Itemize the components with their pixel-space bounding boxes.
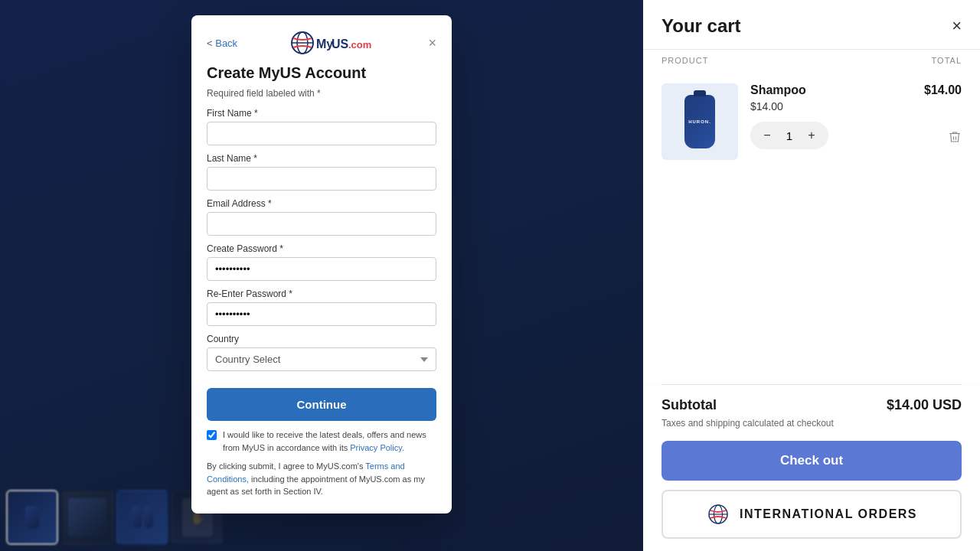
first-name-input[interactable] [207, 122, 436, 145]
last-name-input[interactable] [207, 167, 436, 191]
modal-close-button[interactable]: × [428, 36, 436, 50]
item-bottle-mini: HURON. [684, 95, 715, 148]
country-select[interactable]: Country Select United States United King… [207, 347, 436, 371]
myus-logo-svg: My US .com [287, 28, 379, 58]
modal-header: Back My US .com [191, 15, 452, 64]
mini-label: HURON. [688, 119, 711, 124]
email-group: Email Address * [207, 198, 436, 236]
cart-items-list: HURON. Shampoo $14.00 $14.00 − 1 + [643, 71, 980, 384]
item-price: $14.00 [750, 100, 806, 112]
quantity-decrease-button[interactable]: − [756, 125, 778, 146]
email-input[interactable] [207, 212, 436, 236]
privacy-policy-link[interactable]: Privacy Policy. [350, 443, 404, 452]
cart-columns: PRODUCT TOTAL [643, 49, 980, 71]
newsletter-checkbox-row: I would like to receive the latest deals… [207, 429, 436, 454]
last-name-group: Last Name * [207, 153, 436, 191]
item-image: HURON. [662, 83, 738, 160]
delete-item-button[interactable] [948, 130, 962, 147]
cart-title: Your cart [662, 15, 741, 37]
item-details: Shampoo $14.00 $14.00 − 1 + [750, 83, 962, 149]
cart-footer: Subtotal $14.00 USD Taxes and shipping c… [643, 385, 980, 551]
quantity-value: 1 [778, 129, 801, 142]
total-column-header: TOTAL [932, 56, 962, 65]
back-link-text: Back [215, 37, 237, 49]
country-group: Country Country Select United States Uni… [207, 334, 436, 371]
item-info: Shampoo $14.00 [750, 83, 806, 122]
reenter-password-label: Re-Enter Password * [207, 289, 436, 299]
modal-overlay: Back My US .com [0, 0, 643, 551]
product-area: Wash & Strengthen SHAMPOO Quarter Size &… [0, 0, 643, 551]
first-name-label: First Name * [207, 108, 436, 119]
intl-orders-label: INTERNATIONAL ORDERS [740, 507, 917, 521]
required-note: Required field labeled with * [207, 88, 436, 99]
intl-orders-logo [706, 502, 730, 527]
tax-note: Taxes and shipping calculated at checkou… [662, 418, 962, 429]
first-name-group: First Name * [207, 108, 436, 145]
password-input[interactable] [207, 257, 436, 281]
quantity-increase-button[interactable]: + [801, 125, 822, 146]
svg-text:.com: .com [348, 39, 371, 51]
checkout-button[interactable]: Check out [662, 441, 962, 481]
reenter-password-input[interactable] [207, 302, 436, 326]
last-name-label: Last Name * [207, 153, 436, 164]
cart-close-button[interactable]: × [952, 18, 962, 34]
modal-dialog: Back My US .com [191, 15, 452, 514]
modal-body: Create MyUS Account Required field label… [191, 64, 452, 514]
cart-panel: Your cart × PRODUCT TOTAL HURON. Shampoo… [643, 0, 980, 551]
newsletter-checkbox[interactable] [207, 430, 217, 440]
reenter-password-group: Re-Enter Password * [207, 289, 436, 326]
international-orders-button[interactable]: INTERNATIONAL ORDERS [662, 490, 962, 539]
subtotal-label: Subtotal [662, 397, 717, 413]
country-label: Country [207, 334, 436, 344]
svg-text:US: US [332, 37, 349, 51]
modal-logo: My US .com [287, 28, 379, 58]
continue-button[interactable]: Continue [207, 388, 436, 421]
password-label: Create Password * [207, 243, 436, 254]
item-name: Shampoo [750, 83, 806, 97]
back-link[interactable]: Back [207, 37, 237, 49]
subtotal-row: Subtotal $14.00 USD [662, 397, 962, 413]
terms-link[interactable]: Terms and Conditions, [207, 461, 405, 484]
cart-item: HURON. Shampoo $14.00 $14.00 − 1 + [662, 83, 962, 160]
svg-text:My: My [316, 37, 333, 51]
terms-text: By clicking submit, I agree to MyUS.com'… [207, 460, 436, 498]
modal-title: Create MyUS Account [207, 64, 436, 82]
password-group: Create Password * [207, 243, 436, 281]
product-column-header: PRODUCT [662, 56, 708, 65]
cart-header: Your cart × [643, 0, 980, 49]
item-top-row: Shampoo $14.00 $14.00 [750, 83, 962, 122]
item-total: $14.00 [924, 83, 962, 97]
email-label: Email Address * [207, 198, 436, 209]
subtotal-value: $14.00 USD [887, 397, 962, 413]
newsletter-text: I would like to receive the latest deals… [223, 429, 436, 454]
trash-icon [948, 130, 962, 144]
quantity-control: − 1 + [750, 122, 828, 149]
